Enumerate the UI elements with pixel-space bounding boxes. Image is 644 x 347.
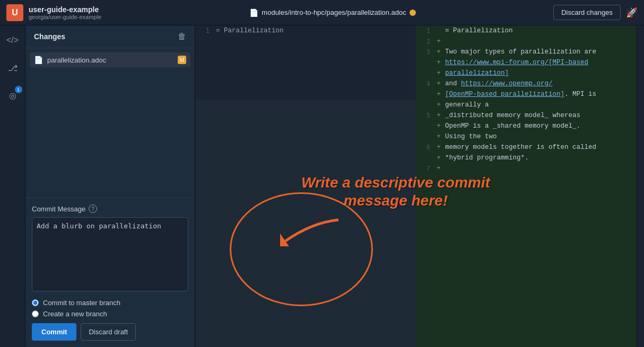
line-number [416, 57, 434, 68]
line-prefix: + [434, 68, 443, 78]
line-prefix: + [434, 47, 443, 57]
line-number: 6 [416, 142, 434, 153]
deploy-icon[interactable]: 🚀 [626, 7, 638, 19]
line-content: _distributed memory model_ whereas [443, 110, 580, 121]
discard-draft-button[interactable]: Discard draft [81, 323, 136, 341]
commit-buttons: Commit Discard draft [32, 323, 188, 341]
line-prefix: + [434, 36, 443, 47]
line-number: 2 [416, 36, 434, 47]
line-content: and https://www.openmp.org/ [443, 78, 553, 89]
branch-option-master[interactable]: Commit to master branch [32, 299, 188, 307]
file-list: 📄 parallelization.adoc M [25, 48, 195, 72]
sidebar-item-source-control[interactable]: ◎ 1 [4, 87, 21, 104]
commit-message-label: Commit Message [32, 205, 85, 213]
table-row: + generally a [416, 100, 637, 110]
line-content: memory models together is often called [443, 142, 596, 153]
changes-title: Changes [34, 32, 65, 41]
branch-options: Commit to master branch Create a new bra… [32, 299, 188, 318]
help-icon[interactable]: ? [89, 204, 97, 213]
table-row [195, 78, 416, 89]
commit-section: Commit Message ? Commit to master branch… [25, 198, 195, 347]
sidebar-item-git[interactable]: ⎇ [4, 59, 21, 76]
file-item-name: parallelization.adoc [47, 56, 173, 64]
code-icon: </> [6, 35, 19, 45]
table-row: 1 = Parallelization [416, 25, 637, 36]
line-number: 4 [416, 78, 434, 89]
discard-changes-button[interactable]: Discard changes [553, 5, 621, 20]
branch-radio-master[interactable] [32, 299, 39, 306]
table-row: + https://www.mpi-forum.org/[MPI-based [416, 57, 637, 68]
branch-radio-new[interactable] [32, 310, 39, 317]
line-number [416, 131, 434, 142]
line-prefix: + [434, 57, 443, 68]
topbar-actions: Discard changes 🚀 [553, 5, 638, 20]
table-row: 5 + _distributed memory model_ whereas [416, 110, 637, 121]
line-number [195, 36, 214, 47]
commit-message-input[interactable] [32, 217, 188, 291]
line-prefix [434, 25, 443, 36]
line-number [195, 68, 214, 78]
line-number: 3 [416, 47, 434, 57]
branch-master-label: Commit to master branch [43, 299, 120, 307]
line-number [195, 47, 214, 57]
line-content: Using the two [443, 131, 497, 142]
trash-icon[interactable]: 🗑 [178, 32, 186, 41]
line-number [416, 100, 434, 110]
line-prefix: + [434, 163, 443, 174]
file-modified-badge [410, 10, 416, 16]
source-control-badge: 1 [15, 86, 22, 93]
line-prefix: + [434, 78, 443, 89]
sidebar-item-code[interactable]: </> [4, 32, 21, 49]
line-content [443, 36, 445, 47]
branch-new-label: Create a new branch [43, 310, 107, 318]
table-row [195, 68, 416, 78]
line-content [214, 89, 216, 100]
line-number [195, 57, 214, 68]
diff-pane-left[interactable]: 1 = Parallelization [195, 25, 416, 347]
line-content: *hybrid programming*. [443, 153, 529, 163]
line-content: [OpenMP-based parallelization]. MPI is [443, 89, 596, 100]
line-number: 1 [195, 25, 214, 36]
project-name: user-guide-example [29, 5, 101, 14]
file-breadcrumb: 📄 modules/intro-to-hpc/pages/paralleliza… [249, 8, 415, 17]
main-layout: </> ⎇ ◎ 1 Changes 🗑 📄 parallelization.ad… [0, 25, 644, 347]
line-prefix: + [434, 100, 443, 110]
file-modified-badge: M [178, 56, 186, 64]
diff-pane-right[interactable]: 1 = Parallelization 2 + 3 + Two major ty… [416, 25, 637, 347]
table-row: + parallelization] [416, 68, 637, 78]
project-sub: georgia/user-guide-example [29, 14, 101, 20]
line-number: 7 [416, 163, 434, 174]
table-row: 7 + [416, 163, 637, 174]
table-row [195, 47, 416, 57]
commit-button[interactable]: Commit [32, 323, 76, 341]
code-lines-right: 1 = Parallelization 2 + 3 + Two major ty… [416, 25, 637, 174]
line-prefix: + [434, 89, 443, 100]
line-number [416, 89, 434, 100]
table-row: 3 + Two major types of parallelization a… [416, 47, 637, 57]
file-path: modules/intro-to-hpc/pages/parallelizati… [262, 8, 406, 16]
line-content [443, 163, 445, 174]
left-panel-spacer [25, 72, 195, 198]
file-item[interactable]: 📄 parallelization.adoc M [30, 52, 190, 67]
table-row [195, 89, 416, 100]
table-row: 2 + [416, 36, 637, 47]
git-branch-icon: ⎇ [8, 63, 18, 73]
line-prefix: + [434, 121, 443, 131]
line-content [214, 68, 216, 78]
sidebar-icons: </> ⎇ ◎ 1 [0, 25, 25, 347]
line-number [195, 78, 214, 89]
project-logo: U [6, 4, 23, 21]
line-content [214, 36, 216, 47]
line-prefix: + [434, 131, 443, 142]
line-prefix: + [434, 153, 443, 163]
line-content [214, 57, 216, 68]
scrollbar[interactable] [637, 25, 644, 347]
line-number [195, 89, 214, 100]
line-number: 5 [416, 110, 434, 121]
line-content: = Parallelization [214, 25, 284, 36]
branch-option-new[interactable]: Create a new branch [32, 310, 188, 318]
project-info: user-guide-example georgia/user-guide-ex… [29, 5, 101, 20]
source-control-icon: ◎ [9, 91, 16, 101]
table-row: 4 + and https://www.openmp.org/ [416, 78, 637, 89]
table-row [195, 36, 416, 47]
